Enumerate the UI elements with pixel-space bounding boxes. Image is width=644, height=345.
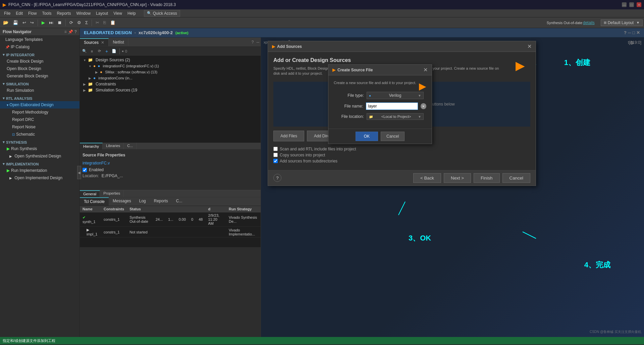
layout-dropdown[interactable]: ⊞ Default Layout ▼: [601, 19, 643, 26]
sources-minimize[interactable]: ─: [255, 40, 261, 45]
menu-layout[interactable]: Layout: [93, 9, 111, 17]
src-search-btn[interactable]: 🔍: [81, 48, 88, 55]
help-circle-btn[interactable]: ?: [273, 174, 281, 182]
tab-log[interactable]: Log: [135, 197, 150, 206]
add-subdirs-checkbox[interactable]: [273, 159, 278, 163]
nav-item-generate-block[interactable]: Generate Block Design: [0, 72, 79, 80]
sources-tab-close[interactable]: ✕: [101, 40, 104, 45]
toolbar-stop[interactable]: ⏹: [56, 19, 63, 26]
tree-item-sim-sources[interactable]: ▶ 📁 Simulation Sources (19: [81, 87, 259, 93]
tree-item-integrationFC[interactable]: ▾ ● ● integrationFC (integrationFC.v) (1…: [81, 63, 259, 69]
nav-collapse-arrow[interactable]: ◀: [77, 166, 80, 179]
close-btn[interactable]: ✕: [637, 2, 641, 7]
toolbar-refresh[interactable]: ⟳: [68, 19, 75, 26]
nav-item-run-simulation[interactable]: Run Simulation: [0, 87, 79, 94]
tab-tcl[interactable]: Tcl Console: [80, 197, 109, 206]
tree-item-integrationConv[interactable]: ▶ ● integrationConv (in...: [81, 75, 259, 81]
nav-section-synthesis[interactable]: ▾ SYNTHESIS: [0, 138, 79, 145]
nav-item-report-noise[interactable]: Report Noise: [0, 123, 79, 131]
quick-access[interactable]: 🔍 Quick Access: [144, 10, 180, 17]
toolbar-copy[interactable]: ⎘: [102, 19, 108, 26]
src-filename[interactable]: integrationFC.v: [83, 161, 258, 165]
src-page-btn[interactable]: 📄: [111, 48, 117, 55]
create-source-close[interactable]: ✕: [423, 67, 428, 73]
add-files-button[interactable]: Add Files: [273, 131, 304, 141]
nav-item-report-drc[interactable]: Report DRC: [0, 116, 79, 123]
next-button[interactable]: Next >: [444, 173, 471, 183]
clear-input-btn[interactable]: ✕: [421, 103, 427, 109]
elab-max[interactable]: □: [632, 30, 635, 35]
nav-section-simulation[interactable]: ▾ SIMULATION: [0, 80, 79, 87]
cancel-btn-create[interactable]: Cancel: [381, 132, 405, 141]
nav-item-language-templates[interactable]: Language Templates: [0, 36, 79, 43]
nav-item-run-implementation[interactable]: ▶ Run Implementation: [0, 167, 79, 174]
elab-pin[interactable]: ─: [628, 30, 631, 35]
flow-nav-pin[interactable]: 📌: [68, 29, 73, 34]
tab-sources[interactable]: Sources ✕: [80, 38, 109, 46]
nav-item-schematic[interactable]: ⊡ Schematic: [0, 131, 79, 138]
back-button[interactable]: < Back: [413, 173, 441, 183]
details-link[interactable]: details: [583, 20, 595, 25]
sources-tree[interactable]: ▾ 📁 Design Sources (2) ▾ ● ● integration…: [80, 56, 261, 143]
hier-tab-hierarchy[interactable]: Hierarchy: [80, 143, 103, 149]
nav-item-ip-catalog[interactable]: 📌 IP Catalog: [0, 43, 79, 51]
scan-rtl-checkbox[interactable]: [273, 147, 278, 151]
hier-tab-compile[interactable]: C...: [124, 143, 137, 149]
flow-nav-collapse[interactable]: ≡: [64, 29, 67, 34]
copy-sources-checkbox[interactable]: [273, 153, 278, 157]
toolbar-paste[interactable]: 📋: [108, 19, 117, 26]
menu-view[interactable]: View: [111, 9, 125, 17]
ok-button[interactable]: OK: [356, 132, 378, 141]
menu-file[interactable]: File: [1, 9, 13, 17]
nav-item-open-elaborated[interactable]: ▾ Open Elaborated Design: [0, 101, 79, 109]
hier-tab-libraries[interactable]: Libraries: [103, 143, 124, 149]
sources-help[interactable]: ?: [250, 40, 255, 45]
toolbar-run[interactable]: ▶: [40, 19, 47, 26]
tab-properties[interactable]: Properties: [100, 190, 124, 197]
nav-item-create-block[interactable]: Create Block Design: [0, 58, 79, 65]
nav-item-report-methodology[interactable]: Report Methodology: [0, 109, 79, 116]
nav-item-open-block[interactable]: Open Block Design: [0, 65, 79, 72]
flow-nav-help[interactable]: ?: [74, 29, 77, 34]
tree-item-smax[interactable]: ▶ ● SMax : softmax (softmax.v) (13): [81, 69, 259, 75]
add-sources-close[interactable]: ✕: [527, 43, 532, 50]
finish-button[interactable]: Finish: [474, 173, 500, 183]
minimize-btn[interactable]: —: [622, 2, 627, 7]
src-collapse-btn[interactable]: ≡: [89, 48, 95, 55]
menu-help[interactable]: Help: [125, 9, 139, 17]
toolbar-settings[interactable]: ⚙: [75, 19, 83, 26]
menu-tools[interactable]: Tools: [39, 9, 54, 17]
menu-flow[interactable]: Flow: [25, 9, 39, 17]
elab-close[interactable]: ✕: [636, 30, 640, 35]
tab-reports[interactable]: Reports: [150, 197, 172, 206]
nav-section-rtl[interactable]: ▾ RTL ANALYSIS: [0, 94, 79, 101]
table-row[interactable]: ▶ impl_1 constrs_1 Not started Vivado Im…: [80, 227, 261, 237]
src-refresh-btn[interactable]: ⟳: [96, 48, 103, 55]
toolbar-redo[interactable]: ↪: [29, 19, 36, 26]
tree-item-design-sources[interactable]: ▾ 📁 Design Sources (2): [81, 57, 259, 63]
menu-reports[interactable]: Reports: [54, 9, 73, 17]
menu-edit[interactable]: Edit: [13, 9, 25, 17]
tab-c[interactable]: C...: [172, 197, 186, 206]
file-type-select[interactable]: ● Verilog ▼: [367, 92, 424, 99]
elab-help[interactable]: ?: [624, 30, 627, 35]
toolbar-cut[interactable]: ✂: [94, 19, 101, 26]
toolbar-save[interactable]: 💾: [11, 19, 20, 26]
tab-general[interactable]: General: [80, 190, 100, 197]
tab-messages[interactable]: Messages: [109, 197, 135, 206]
file-name-input[interactable]: [366, 102, 418, 110]
nav-section-ip-integrator[interactable]: ▾ IP INTEGRATOR: [0, 51, 79, 58]
nav-item-open-implemented[interactable]: ▶ Open Implemented Design: [0, 174, 79, 182]
table-row[interactable]: ✔ synth_1 constrs_1 Synthesis Out-of-dat…: [80, 212, 261, 227]
nav-section-implementation[interactable]: ▾ IMPLEMENTATION: [0, 160, 79, 167]
toolbar-sum[interactable]: Σ: [84, 19, 90, 26]
toolbar-undo[interactable]: ↩: [21, 19, 28, 26]
toolbar-open[interactable]: 📂: [1, 19, 10, 26]
src-add-btn[interactable]: +: [103, 48, 110, 55]
nav-item-open-synthesized[interactable]: ▶ Open Synthesized Design: [0, 152, 79, 160]
nav-item-run-synthesis[interactable]: ▶ Run Synthesis: [0, 145, 79, 152]
file-location-select[interactable]: 📁 <Local to Project> ▼: [367, 113, 424, 120]
toolbar-step[interactable]: ⏭: [47, 19, 55, 26]
maximize-btn[interactable]: □: [629, 2, 634, 7]
cancel-button[interactable]: Cancel: [502, 173, 531, 183]
